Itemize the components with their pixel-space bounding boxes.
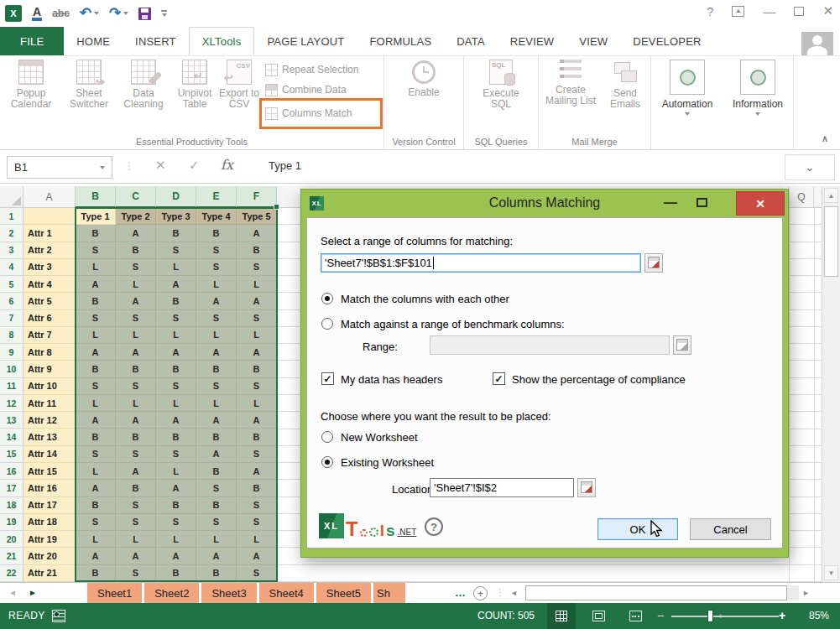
row-header[interactable]: 18 bbox=[0, 497, 23, 514]
minimize-button[interactable]: — bbox=[763, 4, 775, 18]
cell[interactable]: A bbox=[237, 293, 277, 309]
tab-xltools[interactable]: XLTools bbox=[189, 27, 255, 55]
cell[interactable]: B bbox=[196, 361, 237, 377]
cell[interactable]: Attr 3 bbox=[23, 259, 76, 276]
cell[interactable]: A bbox=[116, 225, 156, 242]
macro-record-icon[interactable] bbox=[52, 610, 65, 622]
undo-dropdown-icon[interactable] bbox=[94, 12, 99, 15]
cell[interactable]: L bbox=[196, 327, 237, 344]
cell[interactable]: S bbox=[196, 378, 237, 395]
cell[interactable]: Attr 6 bbox=[23, 310, 76, 327]
cell[interactable]: B bbox=[76, 429, 116, 445]
hscroll-left-icon[interactable]: ◄ bbox=[510, 589, 518, 597]
cell[interactable]: B bbox=[76, 497, 116, 514]
data-cleaning-button[interactable]: Data Cleaning bbox=[117, 60, 170, 110]
redo-icon[interactable]: ↷ bbox=[109, 7, 121, 20]
cell[interactable]: B bbox=[196, 225, 237, 242]
cell[interactable]: Attr 19 bbox=[23, 531, 76, 548]
tab-page-layout[interactable]: PAGE LAYOUT bbox=[254, 27, 357, 55]
information-button[interactable]: Information bbox=[723, 60, 792, 116]
save-icon[interactable] bbox=[138, 8, 151, 20]
sheet-tab-sh[interactable]: Sh bbox=[373, 583, 405, 604]
select-all-corner[interactable] bbox=[0, 186, 23, 208]
cell[interactable]: B bbox=[196, 429, 237, 445]
cell[interactable]: A bbox=[116, 463, 156, 480]
cell[interactable]: B bbox=[156, 429, 196, 445]
cell[interactable]: S bbox=[196, 480, 237, 496]
cell[interactable]: S bbox=[116, 497, 156, 514]
radio-existing-worksheet-label[interactable]: Existing Worksheet bbox=[341, 456, 434, 469]
cell[interactable]: S bbox=[156, 446, 196, 463]
cell[interactable]: S bbox=[116, 514, 156, 531]
cell[interactable]: B bbox=[237, 242, 277, 259]
cell[interactable]: A bbox=[116, 412, 156, 429]
checkbox-percentage-label[interactable]: Show the percentage of compliance bbox=[512, 373, 686, 386]
ribbon-display-options-icon[interactable] bbox=[732, 6, 744, 17]
row-header[interactable]: 3 bbox=[0, 242, 23, 259]
add-sheet-button[interactable]: + bbox=[473, 586, 488, 600]
row-header[interactable]: 1 bbox=[0, 208, 23, 225]
sheet-tab-sheet5[interactable]: Sheet5 bbox=[316, 583, 371, 604]
redo-dropdown-icon[interactable] bbox=[123, 12, 128, 15]
cell[interactable] bbox=[23, 208, 76, 225]
unpivot-table-button[interactable]: ↵ Unpivot Table bbox=[171, 60, 218, 110]
cell[interactable]: A bbox=[116, 548, 156, 564]
cell[interactable]: L bbox=[76, 463, 116, 480]
cell[interactable]: A bbox=[196, 344, 237, 361]
cell[interactable]: S bbox=[237, 514, 277, 531]
range-input[interactable]: 'Sheet7'!$B$1:$F$101 bbox=[321, 253, 641, 273]
radio-new-worksheet[interactable] bbox=[321, 431, 333, 443]
cell[interactable]: A bbox=[116, 293, 156, 309]
cell[interactable]: B bbox=[156, 293, 196, 309]
send-emails-button[interactable]: Send Emails bbox=[603, 60, 648, 110]
zoom-in-button[interactable]: + bbox=[779, 603, 785, 629]
cell[interactable]: B bbox=[76, 293, 116, 309]
cell[interactable]: S bbox=[116, 310, 156, 327]
cell[interactable]: L bbox=[237, 276, 277, 293]
vertical-scroll-thumb[interactable] bbox=[824, 206, 838, 277]
user-avatar[interactable] bbox=[801, 32, 833, 57]
row-header[interactable]: 7 bbox=[0, 310, 23, 327]
cell[interactable]: L bbox=[156, 463, 196, 480]
radio-new-worksheet-label[interactable]: New Worksheet bbox=[341, 431, 418, 444]
cell[interactable]: L bbox=[156, 531, 196, 548]
combine-data-button[interactable]: Combine Data bbox=[265, 81, 347, 99]
prev-sheet-icon[interactable]: ◄ bbox=[8, 588, 17, 597]
close-button[interactable]: ✕ bbox=[822, 3, 833, 18]
cell[interactable]: A bbox=[196, 293, 237, 309]
row-header[interactable]: 10 bbox=[0, 361, 23, 377]
benchmark-range-input[interactable] bbox=[430, 335, 670, 355]
row-header[interactable]: 21 bbox=[0, 548, 23, 564]
row-header[interactable]: 9 bbox=[0, 344, 23, 361]
cell[interactable]: Type 3 bbox=[156, 208, 196, 225]
sheet-tab-sheet2[interactable]: Sheet2 bbox=[144, 583, 199, 604]
cell[interactable]: A bbox=[76, 548, 116, 564]
cell[interactable]: L bbox=[156, 259, 196, 276]
cell[interactable]: B bbox=[116, 429, 156, 445]
cell[interactable]: S bbox=[156, 514, 196, 531]
cell[interactable]: A bbox=[156, 412, 196, 429]
row-header[interactable]: 4 bbox=[0, 259, 23, 276]
cell[interactable]: L bbox=[76, 531, 116, 548]
cell[interactable]: L bbox=[156, 395, 196, 412]
checkbox-headers-label[interactable]: My data has headers bbox=[341, 373, 442, 386]
dialog-minimize-button[interactable]: — bbox=[660, 193, 681, 213]
page-break-view-button[interactable] bbox=[621, 603, 650, 629]
checkbox-my-data-has-headers[interactable]: ✓ bbox=[321, 372, 334, 385]
cell[interactable]: S bbox=[237, 378, 277, 395]
cell[interactable]: S bbox=[196, 259, 237, 276]
row-header[interactable]: 11 bbox=[0, 378, 23, 395]
cell[interactable]: S bbox=[237, 259, 277, 276]
cell[interactable]: Attr 20 bbox=[23, 548, 76, 564]
sheet-tab-sheet4[interactable]: Sheet4 bbox=[259, 583, 314, 604]
cell[interactable]: A bbox=[116, 344, 156, 361]
cell[interactable]: A bbox=[76, 344, 116, 361]
sheet-tab-sheet3[interactable]: Sheet3 bbox=[201, 583, 256, 604]
enter-entry-icon[interactable]: ✓ bbox=[189, 158, 200, 173]
column-header-c[interactable]: C bbox=[116, 186, 156, 208]
cell[interactable]: S bbox=[196, 514, 237, 531]
cell[interactable]: S bbox=[116, 446, 156, 463]
cell[interactable]: A bbox=[237, 463, 277, 480]
cell[interactable]: S bbox=[156, 242, 196, 259]
cell[interactable]: B bbox=[196, 565, 237, 582]
